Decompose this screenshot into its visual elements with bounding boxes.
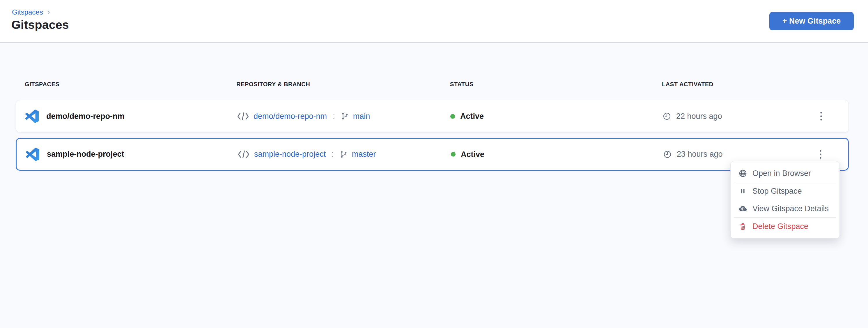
code-icon <box>237 111 249 121</box>
status-label: Active <box>461 150 484 159</box>
chevron-right-icon <box>46 10 51 15</box>
last-activated-cell: 22 hours ago <box>662 112 722 121</box>
vscode-icon <box>25 110 39 123</box>
menu-item-label: Open in Browser <box>752 169 811 178</box>
last-activated-label: 23 hours ago <box>677 150 723 159</box>
new-gitspace-button[interactable]: + New Gitspace <box>769 12 854 30</box>
column-header-gitspaces: GITSPACES <box>25 81 60 88</box>
menu-item-open-in-browser[interactable]: Open in Browser <box>731 165 839 182</box>
column-header-status: STATUS <box>450 81 473 88</box>
status-active-dot <box>450 114 455 119</box>
menu-item-label: Delete Gitspace <box>752 222 808 231</box>
menu-item-view-gitspace-details[interactable]: View Gitspace Details <box>731 200 839 217</box>
menu-item-label: Stop Gitspace <box>752 187 802 196</box>
table-row[interactable]: sample-node-project sample-node-project … <box>16 138 849 171</box>
globe-icon <box>738 169 747 178</box>
kebab-menu-icon <box>819 149 822 159</box>
status-active-dot <box>451 152 456 157</box>
status-cell: Active <box>450 112 484 121</box>
row-actions-menu-button[interactable] <box>813 106 829 127</box>
code-icon <box>237 149 250 159</box>
menu-item-label: View Gitspace Details <box>752 204 829 213</box>
column-header-repository-branch: REPOSITORY & BRANCH <box>236 81 310 88</box>
breadcrumb: Gitspaces <box>12 8 51 16</box>
gitspace-name: demo/demo-repo-nm <box>46 112 125 121</box>
branch-link[interactable]: main <box>353 112 370 121</box>
last-activated-label: 22 hours ago <box>676 112 722 121</box>
branch-link[interactable]: master <box>352 150 376 159</box>
gitspace-cell: demo/demo-repo-nm <box>25 110 125 123</box>
table-row[interactable]: demo/demo-repo-nm demo/demo-repo-nm : ma… <box>16 100 849 132</box>
page-title: Gitspaces <box>11 18 69 32</box>
last-activated-cell: 23 hours ago <box>663 150 723 159</box>
breadcrumb-link-gitspaces[interactable]: Gitspaces <box>12 8 43 16</box>
kebab-menu-icon <box>820 111 823 121</box>
row-actions-context-menu: Open in Browser Stop Gitspace View Gitsp… <box>730 161 840 239</box>
gitspace-cell: sample-node-project <box>26 148 124 161</box>
repo-branch-separator: : <box>333 112 335 121</box>
column-header-last-activated: LAST ACTIVATED <box>662 81 713 88</box>
pause-icon <box>738 186 747 196</box>
cloud-icon <box>738 204 747 213</box>
vscode-icon <box>26 148 39 161</box>
repo-branch-separator: : <box>332 150 334 159</box>
status-label: Active <box>460 112 484 121</box>
clock-icon <box>663 150 672 159</box>
git-branch-icon <box>341 112 349 120</box>
git-branch-icon <box>340 150 348 158</box>
menu-item-delete-gitspace[interactable]: Delete Gitspace <box>731 217 839 235</box>
repository-link[interactable]: demo/demo-repo-nm <box>253 112 327 121</box>
status-cell: Active <box>451 150 484 159</box>
repository-branch-cell: demo/demo-repo-nm : main <box>237 111 370 121</box>
repository-link[interactable]: sample-node-project <box>254 150 326 159</box>
repository-branch-cell: sample-node-project : master <box>237 149 376 159</box>
menu-item-stop-gitspace[interactable]: Stop Gitspace <box>731 182 839 200</box>
top-header-bar: Gitspaces Gitspaces + New Gitspace <box>0 0 868 42</box>
gitspace-name: sample-node-project <box>47 150 124 159</box>
clock-icon <box>662 112 672 121</box>
trash-icon <box>738 222 747 231</box>
